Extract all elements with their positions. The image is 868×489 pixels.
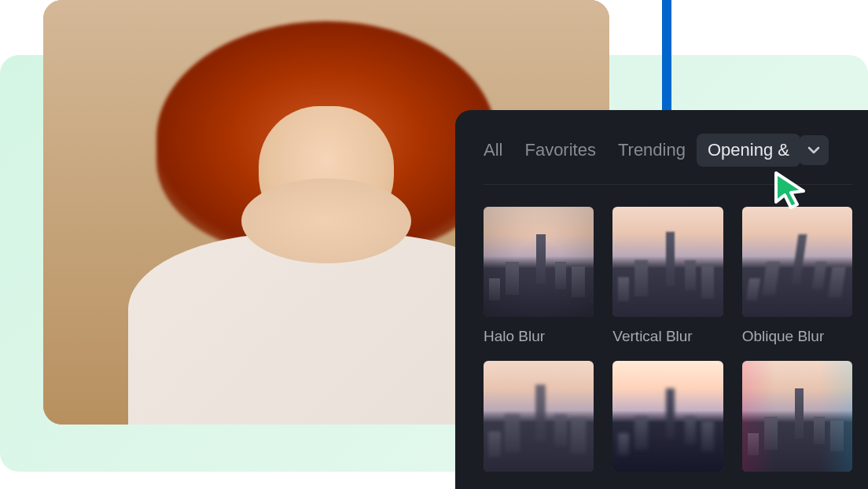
effect-item-halo-blur: Halo Blur [484, 207, 594, 345]
effects-panel: All Favorites Trending Opening & Halo Bl… [455, 110, 868, 489]
effect-thumb[interactable] [742, 207, 852, 317]
effect-item-vertical-blur: Vertical Blur [612, 207, 723, 345]
effect-thumb[interactable] [612, 207, 723, 317]
effect-thumb[interactable] [484, 361, 594, 471]
tab-opening[interactable]: Opening & [697, 134, 800, 167]
effects-grid: Halo Blur Vertical Blur Oblique Blur [484, 207, 852, 472]
tab-favorites[interactable]: Favorites [524, 140, 595, 160]
cursor-pointer-icon [772, 169, 811, 212]
effect-item-6 [742, 361, 852, 471]
effect-label: Oblique Blur [742, 328, 852, 345]
tab-all[interactable]: All [484, 140, 502, 160]
effect-label: Vertical Blur [612, 328, 723, 345]
effect-thumb[interactable] [612, 361, 723, 471]
effect-item-4 [484, 361, 594, 471]
blue-accent-stripe [662, 0, 671, 118]
effect-item-5 [612, 361, 723, 471]
effect-label: Halo Blur [484, 328, 594, 345]
chevron-down-icon [807, 146, 820, 154]
more-tabs-dropdown[interactable] [799, 135, 829, 165]
effect-thumb[interactable] [484, 207, 594, 317]
effect-item-oblique-blur: Oblique Blur [742, 207, 852, 345]
effect-thumb[interactable] [742, 361, 852, 471]
tab-trending[interactable]: Trending [618, 140, 686, 160]
